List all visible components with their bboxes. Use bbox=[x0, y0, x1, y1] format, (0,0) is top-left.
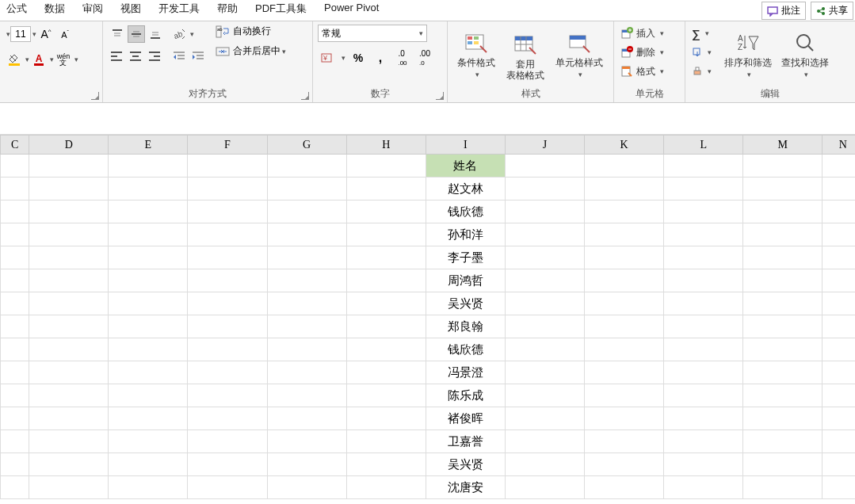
orientation-caret[interactable]: ▾ bbox=[190, 30, 194, 38]
cell[interactable] bbox=[585, 269, 664, 292]
column-header-D[interactable]: D bbox=[29, 136, 109, 155]
cell[interactable] bbox=[1, 338, 29, 361]
column-header-F[interactable]: F bbox=[188, 136, 267, 155]
cell[interactable] bbox=[585, 178, 664, 200]
cell[interactable] bbox=[346, 200, 426, 223]
cell[interactable] bbox=[346, 246, 426, 269]
cell[interactable] bbox=[585, 361, 664, 384]
cell[interactable] bbox=[109, 407, 188, 430]
cell[interactable] bbox=[743, 430, 823, 453]
cell[interactable] bbox=[664, 200, 743, 223]
cell[interactable] bbox=[1, 292, 29, 315]
cell[interactable] bbox=[743, 407, 823, 430]
cell[interactable] bbox=[664, 315, 743, 338]
cell[interactable] bbox=[109, 223, 188, 246]
cell[interactable] bbox=[346, 269, 426, 292]
cell[interactable] bbox=[823, 155, 855, 178]
cell[interactable] bbox=[823, 200, 855, 223]
cell[interactable] bbox=[346, 292, 426, 315]
format-as-table-button[interactable]: 套用 表格格式 ▾ bbox=[502, 25, 549, 86]
cell[interactable] bbox=[346, 338, 426, 361]
cell[interactable]: 钱欣德 bbox=[426, 200, 505, 223]
cell[interactable]: 姓名 bbox=[426, 155, 505, 178]
cell[interactable] bbox=[29, 430, 109, 453]
number-format-dropdown[interactable]: 常规 ▾ bbox=[318, 25, 427, 42]
cell[interactable] bbox=[505, 223, 584, 246]
tab-formulas[interactable]: 公式 bbox=[6, 2, 27, 16]
clear-button[interactable]: ▾ bbox=[690, 63, 713, 80]
cell[interactable]: 吴兴贤 bbox=[426, 453, 505, 476]
column-header-H[interactable]: H bbox=[346, 136, 426, 155]
column-header-G[interactable]: G bbox=[267, 136, 346, 155]
cell[interactable] bbox=[823, 269, 855, 292]
cell[interactable] bbox=[1, 453, 29, 476]
cell[interactable] bbox=[1, 476, 29, 499]
cell[interactable] bbox=[823, 407, 855, 430]
cell[interactable]: 陈乐成 bbox=[426, 384, 505, 407]
cell[interactable] bbox=[743, 476, 823, 499]
cell[interactable] bbox=[267, 292, 346, 315]
column-header-J[interactable]: J bbox=[505, 136, 584, 155]
conditional-format-button[interactable]: 条件格式▾ bbox=[452, 25, 500, 86]
wrap-text-button[interactable]: ab 自动换行 bbox=[216, 25, 286, 38]
cell[interactable] bbox=[29, 269, 109, 292]
cell[interactable] bbox=[109, 292, 188, 315]
cell[interactable] bbox=[267, 246, 346, 269]
font-color-button[interactable]: A bbox=[30, 51, 48, 68]
cell[interactable] bbox=[505, 155, 584, 178]
cell[interactable] bbox=[188, 223, 267, 246]
cell[interactable] bbox=[188, 178, 267, 200]
cell[interactable] bbox=[505, 315, 584, 338]
tab-view[interactable]: 视图 bbox=[120, 2, 141, 16]
cell[interactable] bbox=[29, 384, 109, 407]
comments-button[interactable]: 批注 bbox=[761, 2, 806, 20]
cell[interactable] bbox=[505, 269, 584, 292]
cell[interactable] bbox=[188, 200, 267, 223]
cell[interactable] bbox=[346, 453, 426, 476]
cell[interactable]: 郑良翰 bbox=[426, 315, 505, 338]
cell[interactable] bbox=[267, 178, 346, 200]
cell[interactable] bbox=[29, 178, 109, 200]
cell[interactable] bbox=[188, 338, 267, 361]
cell[interactable] bbox=[743, 453, 823, 476]
cell[interactable] bbox=[1, 315, 29, 338]
cell[interactable] bbox=[188, 430, 267, 453]
cell[interactable] bbox=[585, 407, 664, 430]
cell[interactable] bbox=[585, 223, 664, 246]
column-header-I[interactable]: I bbox=[426, 136, 505, 155]
phonetic-button[interactable]: wén文 bbox=[55, 51, 72, 68]
cell[interactable] bbox=[585, 200, 664, 223]
column-header-L[interactable]: L bbox=[664, 136, 743, 155]
cell[interactable] bbox=[188, 361, 267, 384]
cell[interactable] bbox=[109, 200, 188, 223]
accounting-format[interactable]: ¥ bbox=[319, 49, 336, 67]
valign-top[interactable] bbox=[109, 25, 126, 43]
valign-bottom[interactable] bbox=[147, 25, 164, 43]
accounting-caret[interactable]: ▾ bbox=[342, 54, 345, 62]
cell[interactable] bbox=[505, 453, 584, 476]
cell[interactable] bbox=[823, 292, 855, 315]
cell[interactable] bbox=[664, 292, 743, 315]
cell[interactable] bbox=[743, 361, 823, 384]
cell[interactable] bbox=[743, 269, 823, 292]
share-button[interactable]: 共享 bbox=[811, 2, 853, 20]
font-color-caret[interactable]: ▾ bbox=[50, 55, 54, 63]
cell[interactable] bbox=[823, 246, 855, 269]
cell[interactable] bbox=[29, 315, 109, 338]
cell[interactable] bbox=[823, 453, 855, 476]
cell[interactable] bbox=[585, 292, 664, 315]
cell[interactable] bbox=[346, 384, 426, 407]
cell[interactable] bbox=[743, 246, 823, 269]
cell[interactable] bbox=[346, 476, 426, 499]
number-dialog-launcher[interactable] bbox=[436, 92, 444, 100]
cell[interactable] bbox=[267, 407, 346, 430]
fill-caret[interactable]: ▾ bbox=[25, 55, 29, 63]
format-cells-button[interactable]: 格式▾ bbox=[619, 63, 666, 80]
cell[interactable] bbox=[188, 476, 267, 499]
cell[interactable] bbox=[109, 338, 188, 361]
cell[interactable] bbox=[585, 155, 664, 178]
tab-review[interactable]: 审阅 bbox=[82, 2, 103, 16]
cell[interactable] bbox=[585, 338, 664, 361]
cell[interactable]: 周鸿哲 bbox=[426, 269, 505, 292]
autosum-button[interactable]: ∑▾ bbox=[690, 25, 713, 42]
